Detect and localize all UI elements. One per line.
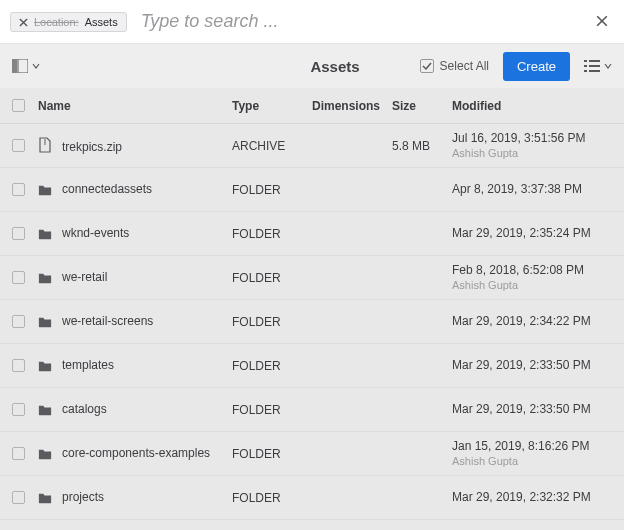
folder-icon [38,402,52,416]
table-row[interactable]: we-retail-screensFOLDERMar 29, 2019, 2:3… [0,300,624,344]
row-modified: Mar 29, 2019, 2:34:22 PM [452,314,612,330]
row-checkbox[interactable] [12,227,25,240]
col-name[interactable]: Name [38,99,232,113]
svg-rect-7 [589,70,600,72]
archive-icon [38,138,52,152]
svg-rect-0 [12,59,17,73]
select-all-label: Select All [440,59,489,73]
svg-rect-4 [584,65,587,67]
folder-icon [38,226,52,240]
row-type: FOLDER [232,271,312,285]
table-row[interactable]: wknd-eventsFOLDERMar 29, 2019, 2:35:24 P… [0,212,624,256]
page-title: Assets [310,58,359,75]
chevron-down-icon [604,62,612,70]
header-checkbox[interactable] [12,99,25,112]
table-row[interactable]: templatesFOLDERMar 29, 2019, 2:33:50 PM [0,344,624,388]
row-modified: Apr 8, 2019, 3:37:38 PM [452,182,612,198]
row-type: FOLDER [232,315,312,329]
location-chip-value: Assets [85,16,118,28]
row-checkbox[interactable] [12,315,25,328]
row-type: FOLDER [232,403,312,417]
folder-icon [38,182,52,196]
row-name: projects [62,491,104,505]
close-icon[interactable] [19,17,28,26]
row-modified: Feb 8, 2018, 6:52:08 PM [452,263,612,279]
row-name: core-components-examples [62,447,210,461]
table-row[interactable]: projectsFOLDERMar 29, 2019, 2:32:32 PM [0,476,624,520]
col-modified[interactable]: Modified [452,99,612,113]
svg-rect-6 [584,70,587,72]
folder-icon [38,358,52,372]
folder-icon [38,314,52,328]
location-chip-label: Location: [34,16,79,28]
svg-rect-2 [584,60,587,62]
folder-icon [38,270,52,284]
close-search-icon[interactable] [590,7,614,37]
table-row[interactable]: core-components-examplesFOLDERJan 15, 20… [0,432,624,476]
row-name: we-retail-screens [62,315,153,329]
search-input[interactable] [141,0,590,43]
row-name: catalogs [62,403,107,417]
view-switcher[interactable] [584,59,612,73]
row-size: 5.8 MB [392,139,452,153]
row-modified-by: Ashish Gupta [452,278,612,292]
rail-toggle[interactable] [12,59,40,73]
folder-icon [38,490,52,504]
asset-table: Name Type Dimensions Size Modified trekp… [0,88,624,520]
row-name: we-retail [62,271,107,285]
checkbox-icon [420,59,434,73]
row-modified: Jul 16, 2019, 3:51:56 PM [452,131,612,147]
row-modified: Jan 15, 2019, 8:16:26 PM [452,439,612,455]
table-header: Name Type Dimensions Size Modified [0,88,624,124]
table-row[interactable]: trekpics.zipARCHIVE5.8 MBJul 16, 2019, 3… [0,124,624,168]
row-checkbox[interactable] [12,491,25,504]
col-dimensions[interactable]: Dimensions [312,99,392,113]
svg-rect-5 [589,65,600,67]
row-checkbox[interactable] [12,359,25,372]
toolbar: Assets Select All Create [0,44,624,88]
row-checkbox[interactable] [12,403,25,416]
chevron-down-icon [32,62,40,70]
row-modified: Mar 29, 2019, 2:32:32 PM [452,490,612,506]
table-body: trekpics.zipARCHIVE5.8 MBJul 16, 2019, 3… [0,124,624,520]
row-modified-by: Ashish Gupta [452,454,612,468]
folder-icon [38,446,52,460]
select-all[interactable]: Select All [420,59,489,73]
row-modified-by: Ashish Gupta [452,146,612,160]
row-type: FOLDER [232,183,312,197]
row-checkbox[interactable] [12,183,25,196]
row-name: wknd-events [62,227,129,241]
table-row[interactable]: catalogsFOLDERMar 29, 2019, 2:33:50 PM [0,388,624,432]
svg-rect-1 [18,59,28,73]
row-name: connectedassets [62,183,152,197]
row-name: trekpics.zip [62,140,122,154]
create-button[interactable]: Create [503,52,570,81]
svg-rect-3 [589,60,600,62]
row-checkbox[interactable] [12,447,25,460]
row-modified: Mar 29, 2019, 2:33:50 PM [452,358,612,374]
row-type: FOLDER [232,491,312,505]
row-type: FOLDER [232,227,312,241]
row-type: FOLDER [232,359,312,373]
row-checkbox[interactable] [12,139,25,152]
row-name: templates [62,359,114,373]
col-size[interactable]: Size [392,99,452,113]
table-row[interactable]: we-retailFOLDERFeb 8, 2018, 6:52:08 PMAs… [0,256,624,300]
location-chip[interactable]: Location: Assets [10,12,127,32]
row-type: ARCHIVE [232,139,312,153]
search-bar: Location: Assets [0,0,624,44]
row-checkbox[interactable] [12,271,25,284]
row-modified: Mar 29, 2019, 2:33:50 PM [452,402,612,418]
row-type: FOLDER [232,447,312,461]
table-row[interactable]: connectedassetsFOLDERApr 8, 2019, 3:37:3… [0,168,624,212]
row-modified: Mar 29, 2019, 2:35:24 PM [452,226,612,242]
col-type[interactable]: Type [232,99,312,113]
